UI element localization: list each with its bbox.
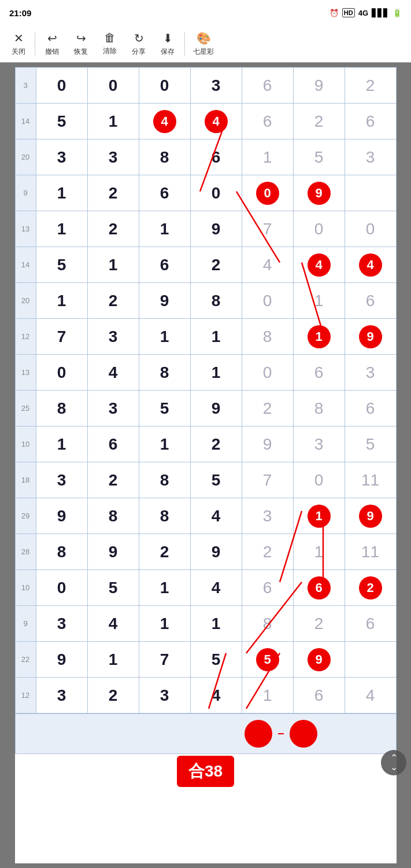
table-cell-dim: 4 <box>345 247 396 283</box>
table-cell-dim <box>345 175 396 211</box>
badge-circle: 4 <box>308 253 331 277</box>
table-cell: 9 <box>139 283 190 319</box>
table-cell: 9 <box>190 534 242 570</box>
table-cell: 7 <box>36 319 87 355</box>
table-cell-dim: 6 <box>293 678 345 713</box>
table-cell: 4 <box>190 498 242 534</box>
table-cell: 0 <box>139 68 190 104</box>
row-number: 13 <box>15 355 36 391</box>
badge-circle: 9 <box>359 325 382 348</box>
badge-circle: 1 <box>308 505 331 528</box>
row-number: 13 <box>15 211 36 247</box>
row-number: 9 <box>15 606 36 642</box>
table-cell-dim: 2 <box>293 104 345 139</box>
redo-icon: ↪ <box>76 31 86 45</box>
table-cell: 5 <box>139 391 190 426</box>
table-cell-dim: 1 <box>293 319 345 355</box>
scroll-down-icon: ⌄ <box>390 763 398 772</box>
alarm-icon: ⏰ <box>329 9 339 17</box>
table-cell: 8 <box>139 462 190 498</box>
table-cell-dim: 7 <box>242 211 293 247</box>
table-cell: 6 <box>87 426 139 462</box>
badge-circle: 5 <box>256 648 279 671</box>
clear-button[interactable]: 🗑 清除 <box>95 29 124 58</box>
table-cell-dim: 9 <box>293 68 345 104</box>
table-cell: 1 <box>190 355 242 391</box>
table-cell: 5 <box>87 570 139 606</box>
save-button[interactable]: ⬇ 保存 <box>153 29 182 59</box>
table-cell: 4 <box>190 104 242 139</box>
table-cell-dim: 11 <box>345 534 396 570</box>
table-cell: 1 <box>87 104 139 139</box>
table-cell: 1 <box>36 426 87 462</box>
table-cell-dim: 3 <box>345 139 396 175</box>
table-cell-dim: 2 <box>345 68 396 104</box>
sum-badge: 合38 <box>177 756 234 787</box>
table-cell: 8 <box>87 498 139 534</box>
table-cell-dim: 5 <box>242 642 293 678</box>
big-circle-right <box>290 720 317 748</box>
table-cell: 2 <box>87 462 139 498</box>
badge-circle: 4 <box>205 110 228 133</box>
table-row: 127311819 <box>15 319 396 355</box>
table-row: 101612935 <box>15 426 396 462</box>
table-row: 145144626 <box>15 104 396 139</box>
table-cell-dim: 0 <box>242 283 293 319</box>
table-cell: 0 <box>36 570 87 606</box>
table-cell: 0 <box>87 68 139 104</box>
table-row: 123234164 <box>15 678 396 713</box>
table-cell-dim: 0 <box>293 462 345 498</box>
table-cell-dim: 3 <box>293 426 345 462</box>
undo-button[interactable]: ↩ 撤销 <box>38 29 66 59</box>
table-cell-dim: 6 <box>345 283 396 319</box>
share-button[interactable]: ↻ 分享 <box>124 29 153 59</box>
table-cell-dim: 2 <box>242 391 293 426</box>
table-cell: 6 <box>139 247 190 283</box>
table-cell-dim: 2 <box>293 606 345 642</box>
table-cell-dim: 4 <box>242 247 293 283</box>
table-cell: 2 <box>87 211 139 247</box>
table-cell-dim: 1 <box>293 498 345 534</box>
table-cell: 8 <box>190 283 242 319</box>
circle-connector <box>278 733 284 734</box>
table-cell: 1 <box>36 283 87 319</box>
table-cell-dim: 2 <box>345 570 396 606</box>
row-number: 9 <box>15 175 36 211</box>
row-number: 25 <box>15 391 36 426</box>
hd-icon: HD <box>342 8 355 17</box>
table-cell-dim: 6 <box>345 391 396 426</box>
table-row: 299884319 <box>15 498 396 534</box>
row-number: 18 <box>15 462 36 498</box>
table-cell-dim: 8 <box>242 606 293 642</box>
table-cell-dim: 6 <box>242 68 293 104</box>
table-row: 203386153 <box>15 139 396 175</box>
table-cell: 3 <box>36 678 87 713</box>
table-cell: 9 <box>87 534 139 570</box>
save-icon: ⬇ <box>163 31 173 45</box>
table-row: 145162444 <box>15 247 396 283</box>
table-row: 201298016 <box>15 283 396 319</box>
table-cell: 4 <box>87 355 139 391</box>
lotto-button[interactable]: 🎨 七星彩 <box>187 29 220 59</box>
table-cell-dim: 4 <box>293 247 345 283</box>
redo-button[interactable]: ↪ 恢复 <box>66 29 95 59</box>
scroll-up-icon: ⌃ <box>390 753 398 763</box>
close-icon: ✕ <box>14 31 24 45</box>
table-cell: 1 <box>87 247 139 283</box>
table-cell: 1 <box>190 319 242 355</box>
table-cell: 1 <box>36 211 87 247</box>
table-cell: 8 <box>139 139 190 175</box>
table-cell-dim: 5 <box>293 139 345 175</box>
row-number: 29 <box>15 498 36 534</box>
undo-icon: ↩ <box>47 31 57 45</box>
table-cell-dim <box>345 642 396 678</box>
scroll-button[interactable]: ⌃ ⌄ <box>381 750 406 775</box>
table-cell: 9 <box>190 211 242 247</box>
table-cell-dim: 9 <box>293 642 345 678</box>
close-button[interactable]: ✕ 关闭 <box>5 29 32 59</box>
table-row: 22917559 <box>15 642 396 678</box>
table-cell-dim: 11 <box>345 462 396 498</box>
table-cell: 9 <box>36 498 87 534</box>
table-cell-dim: 0 <box>293 211 345 247</box>
table-cell-dim: 5 <box>345 426 396 462</box>
